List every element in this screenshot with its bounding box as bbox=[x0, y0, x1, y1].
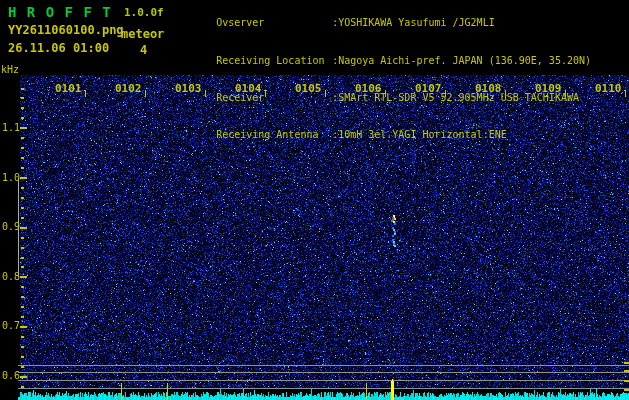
info-label: Receiving Antenna bbox=[216, 129, 332, 141]
y-tick-label: 1.1 bbox=[2, 122, 20, 133]
app-version: 1.0.0f bbox=[124, 6, 164, 19]
info-value: :10mH 3el.YAGI Horizontal:ENE bbox=[332, 129, 507, 140]
meteor-count: 4 bbox=[140, 43, 147, 57]
x-tick-label: 0104 bbox=[235, 82, 262, 95]
observation-datetime: 26.11.06 01:00 bbox=[8, 41, 109, 55]
y-axis-unit: kHz bbox=[1, 64, 19, 75]
output-filename: YY2611060100.png bbox=[8, 23, 124, 37]
y-tick-label: 0.8 bbox=[2, 271, 20, 282]
x-tick-label: 0101 bbox=[55, 82, 82, 95]
hrofft-screen: H R O F F T 1.0.0f YY2611060100.png mete… bbox=[0, 0, 629, 400]
x-tick-label: 0107 bbox=[415, 82, 442, 95]
info-row-antenna: Receiving Antenna:10mH 3el.YAGI Horizont… bbox=[180, 117, 591, 154]
y-tick-label: 0.7 bbox=[2, 320, 20, 331]
y-tick-label: 1.0 bbox=[2, 172, 20, 183]
info-value: :Nagoya Aichi-pref. JAPAN (136.90E, 35.2… bbox=[332, 55, 591, 66]
info-label: Receiving Location bbox=[216, 55, 332, 67]
info-label: Ovserver bbox=[216, 17, 332, 29]
info-row-location: Receiving Location:Nagoya Aichi-pref. JA… bbox=[180, 42, 591, 79]
x-tick-label: 0102 bbox=[115, 82, 142, 95]
x-tick-label: 0103 bbox=[175, 82, 202, 95]
observer-info-block: Ovserver:YOSHIKAWA Yasufumi /JG2MLI Rece… bbox=[180, 5, 591, 154]
y-tick-label: 0.6 bbox=[2, 370, 20, 381]
app-title: H R O F F T bbox=[8, 4, 112, 20]
info-value: :YOSHIKAWA Yasufumi /JG2MLI bbox=[332, 17, 495, 28]
x-tick-label: 0106 bbox=[355, 82, 382, 95]
x-tick-label: 0105 bbox=[295, 82, 322, 95]
mode-label: meteor bbox=[121, 27, 164, 41]
x-tick-label: 0110 bbox=[595, 82, 622, 95]
x-tick-label: 0109 bbox=[535, 82, 562, 95]
x-tick-label: 0108 bbox=[475, 82, 502, 95]
y-tick-label: 0.9 bbox=[2, 221, 20, 232]
info-row-observer: Ovserver:YOSHIKAWA Yasufumi /JG2MLI bbox=[180, 5, 591, 42]
